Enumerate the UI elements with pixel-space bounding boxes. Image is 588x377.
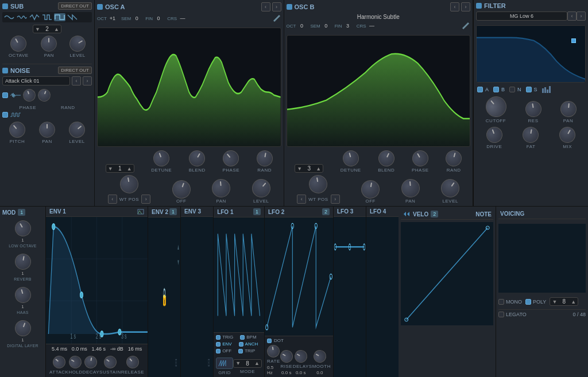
sub-wave-2[interactable]: [16, 13, 28, 21]
lfo1-env-check[interactable]: [216, 342, 220, 347]
filter-radio-n[interactable]: [509, 87, 515, 92]
filter-radio-s[interactable]: [526, 87, 532, 92]
sub-wave-sine[interactable]: [3, 13, 15, 21]
noise-level-knob[interactable]: [65, 118, 88, 141]
voicing-poly-up[interactable]: ▲: [571, 299, 576, 305]
noise-check-1[interactable]: [2, 92, 8, 98]
sub-pan-knob[interactable]: [41, 36, 57, 52]
osc-b-wt-pos-knob[interactable]: [308, 173, 329, 195]
osc-b-pan-knob[interactable]: [400, 178, 420, 199]
lfo1-off-check[interactable]: [216, 349, 220, 353]
filter-radio-b[interactable]: [493, 87, 499, 92]
osc-b-wt-next[interactable]: ›: [331, 195, 340, 204]
noise-phase-knob[interactable]: [21, 87, 37, 103]
osc-a-wt-next[interactable]: ›: [141, 195, 150, 204]
filter-prev-btn[interactable]: ‹: [567, 11, 577, 21]
lfo2-rate-knob[interactable]: [266, 344, 281, 358]
osc-a-next-btn[interactable]: ›: [272, 2, 281, 11]
osc-b-prev-btn[interactable]: ‹: [450, 2, 459, 11]
osc-a-wt-pos-knob[interactable]: [118, 173, 140, 195]
noise-pitch-knob[interactable]: [6, 118, 28, 141]
sub-wave-square[interactable]: [54, 13, 65, 21]
osc-a-rand-knob[interactable]: [255, 149, 273, 168]
voicing-poly-down[interactable]: ▼: [552, 299, 557, 305]
mod-low-octave-knob[interactable]: [11, 217, 33, 239]
osc-b-off-knob[interactable]: [360, 178, 381, 200]
lfo1-trip-check[interactable]: [238, 349, 243, 353]
filter-drive-knob[interactable]: [484, 125, 505, 145]
env1-hold-knob[interactable]: [67, 353, 84, 371]
osc-b-unison-up[interactable]: ▲: [316, 166, 321, 172]
voicing-mono-radio[interactable]: [498, 299, 504, 305]
env1-attack-knob[interactable]: [50, 353, 68, 371]
osc-b-detune-knob[interactable]: [341, 149, 360, 168]
osc-a-unison-stepper[interactable]: ▼ 1 ▲: [106, 164, 134, 173]
osc-a-detune-knob[interactable]: [151, 148, 172, 169]
mod-digital-layer-knob[interactable]: [13, 318, 33, 339]
voicing-legato-radio[interactable]: [498, 312, 504, 317]
filter-radio-a[interactable]: [477, 87, 483, 92]
osc-b-unison-stepper[interactable]: ▼ 3 ▲: [295, 164, 323, 173]
env1-decay-knob[interactable]: [84, 355, 98, 369]
filter-mix-knob[interactable]: [556, 124, 578, 146]
lfo1-grid-down[interactable]: ▼: [235, 360, 241, 366]
filter-cutoff-knob[interactable]: [481, 92, 510, 122]
noise-rand-knob[interactable]: [36, 87, 52, 103]
voicing-poly-radio[interactable]: [525, 299, 531, 305]
osc-a-blend-knob[interactable]: [186, 147, 208, 169]
env1-release-knob[interactable]: [123, 353, 141, 371]
osc-b-phase-knob[interactable]: [409, 147, 431, 169]
lfo2-dot-check[interactable]: [267, 339, 272, 343]
lfo2-smooth-knob[interactable]: [311, 348, 328, 365]
lfo1-grid-up[interactable]: ▲: [254, 360, 260, 366]
lfo1-grid-stepper[interactable]: ▼ 8 ▲: [233, 359, 262, 368]
filter-next-btn[interactable]: ›: [577, 11, 586, 21]
sub-wave-4[interactable]: [41, 13, 53, 21]
sub-wave-3[interactable]: [29, 13, 40, 21]
osc-a-indicator[interactable]: [97, 4, 103, 10]
lfo1-trig-check[interactable]: [216, 335, 220, 340]
voicing-poly-stepper[interactable]: ▼ 8 ▲: [550, 297, 578, 306]
lfo1-grid-display[interactable]: [216, 357, 233, 369]
mod-haas-knob[interactable]: [13, 285, 32, 305]
osc-a-prev-btn[interactable]: ‹: [261, 2, 270, 11]
osc-b-blend-knob[interactable]: [376, 147, 397, 169]
osc-a-pan-knob[interactable]: [211, 178, 231, 199]
sub-level-knob[interactable]: [67, 33, 88, 55]
osc-a-phase-knob[interactable]: [220, 147, 242, 169]
sub-octave-knob[interactable]: [7, 33, 29, 55]
osc-b-rand-knob[interactable]: [444, 149, 463, 168]
osc-a-edit-icon[interactable]: [272, 14, 281, 22]
noise-prev-btn[interactable]: ‹: [72, 76, 81, 85]
mod-reverb-knob[interactable]: [13, 252, 32, 271]
osc-b-wt-prev[interactable]: ‹: [297, 195, 306, 204]
sub-octave-down[interactable]: ▼: [35, 26, 40, 32]
voicing-poly-value: 8: [559, 298, 568, 305]
osc-a-unison-up[interactable]: ▲: [127, 166, 132, 172]
osc-a-unison-down[interactable]: ▼: [108, 166, 113, 172]
osc-b-unison-down[interactable]: ▼: [297, 166, 302, 172]
sub-indicator[interactable]: [2, 3, 8, 9]
noise-indicator[interactable]: [2, 68, 8, 73]
filter-indicator[interactable]: [476, 3, 482, 9]
filter-pan-knob[interactable]: [559, 100, 577, 118]
sub-wave-6[interactable]: [67, 13, 78, 21]
sub-octave-up[interactable]: ▲: [54, 26, 59, 32]
lfo1-bpm-check[interactable]: [240, 335, 245, 340]
filter-res-knob[interactable]: [524, 100, 542, 118]
noise-check-2[interactable]: [2, 112, 8, 118]
env1-sustain-knob[interactable]: [102, 353, 119, 371]
osc-b-level-knob[interactable]: [438, 176, 463, 201]
sub-octave-stepper[interactable]: ▼ 2 ▲: [33, 25, 61, 33]
filter-fat-knob[interactable]: [521, 126, 540, 144]
osc-a-level-knob[interactable]: [248, 175, 274, 201]
osc-a-wt-prev[interactable]: ‹: [108, 195, 117, 204]
noise-pan-knob[interactable]: [39, 122, 55, 138]
osc-b-next-btn[interactable]: ›: [461, 2, 470, 11]
noise-next-btn[interactable]: ›: [83, 76, 92, 85]
osc-b-edit-icon[interactable]: [461, 21, 470, 29]
lfo1-anch-check[interactable]: [239, 342, 243, 347]
osc-b-indicator[interactable]: [287, 4, 292, 10]
lfo2-delay-knob[interactable]: [292, 348, 310, 365]
osc-a-off-knob[interactable]: [169, 177, 193, 201]
